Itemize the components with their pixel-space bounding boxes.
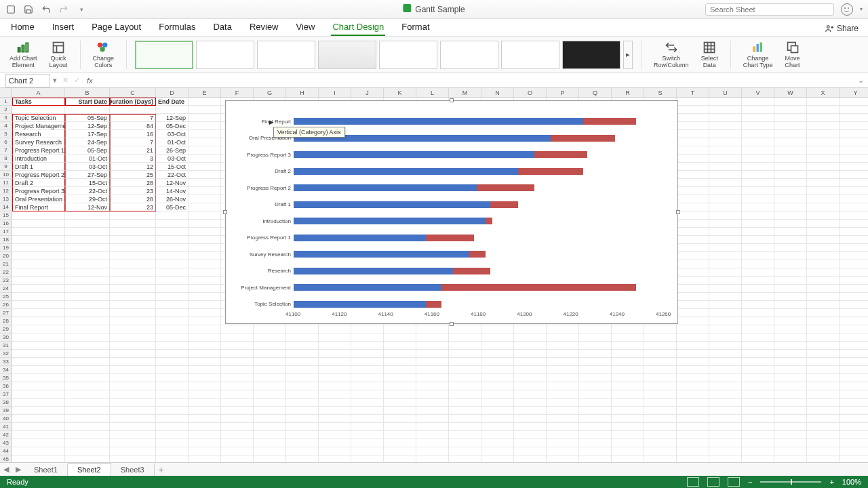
cell-B27[interactable] (65, 309, 110, 317)
cell-A24[interactable] (12, 285, 65, 293)
cell-O34[interactable] (514, 366, 547, 374)
cell-T45[interactable] (677, 455, 709, 462)
cell-T41[interactable] (677, 423, 709, 431)
cell-S37[interactable] (644, 390, 677, 399)
cell-D34[interactable] (156, 366, 189, 374)
page-break-view-icon[interactable] (728, 477, 740, 487)
cell-E9[interactable] (189, 163, 221, 171)
cell-W41[interactable] (774, 423, 807, 431)
cell-Q31[interactable] (579, 342, 612, 350)
cell-F29[interactable] (221, 325, 254, 333)
cell-N40[interactable] (481, 415, 514, 423)
cell-X7[interactable] (807, 146, 840, 155)
cell-X37[interactable] (807, 390, 840, 399)
cell-T8[interactable] (677, 155, 709, 163)
cell-Y24[interactable] (840, 285, 868, 293)
cell-U20[interactable] (709, 252, 742, 260)
cell-V15[interactable] (742, 211, 774, 220)
cell-T2[interactable] (677, 106, 709, 114)
cell-V36[interactable] (742, 382, 774, 390)
cell-C35[interactable] (110, 374, 156, 382)
cell-B9[interactable]: 03-Oct (65, 163, 110, 171)
cell-X12[interactable] (807, 187, 840, 195)
cell-C24[interactable] (110, 285, 156, 293)
cell-X38[interactable] (807, 399, 840, 407)
cell-A15[interactable] (12, 211, 65, 220)
cell-A2[interactable] (12, 106, 65, 114)
cell-W34[interactable] (774, 366, 807, 374)
cell-C22[interactable] (110, 268, 156, 277)
change-chart-type-button[interactable]: Change Chart Type (739, 39, 777, 70)
col-head-Q[interactable]: Q (579, 88, 612, 97)
cell-I43[interactable] (319, 439, 351, 447)
cell-C6[interactable]: 7 (110, 138, 156, 146)
row-head-15[interactable]: 15 (0, 211, 12, 220)
cell-V2[interactable] (742, 106, 774, 114)
cell-C17[interactable] (110, 228, 156, 236)
cell-X2[interactable] (807, 106, 840, 114)
cell-U16[interactable] (709, 220, 742, 228)
cell-V42[interactable] (742, 431, 774, 439)
zoom-slider[interactable] (760, 481, 821, 483)
cell-B25[interactable] (65, 293, 110, 301)
cell-E32[interactable] (189, 350, 221, 358)
cell-B35[interactable] (65, 374, 110, 382)
col-head-A[interactable]: A (12, 88, 65, 97)
row-head-16[interactable]: 16 (0, 220, 12, 228)
cell-X24[interactable] (807, 285, 840, 293)
row-head-44[interactable]: 44 (0, 447, 12, 455)
cell-R32[interactable] (612, 350, 644, 358)
cell-C33[interactable] (110, 358, 156, 366)
cell-Y8[interactable] (840, 155, 868, 163)
cell-A23[interactable] (12, 277, 65, 285)
cell-E31[interactable] (189, 342, 221, 350)
cell-Y20[interactable] (840, 252, 868, 260)
cell-P31[interactable] (547, 342, 579, 350)
chart-style-5[interactable] (379, 41, 437, 69)
row-head-28[interactable]: 28 (0, 317, 12, 325)
cell-J42[interactable] (351, 431, 384, 439)
cell-F31[interactable] (221, 342, 254, 350)
cell-B22[interactable] (65, 268, 110, 277)
cell-E8[interactable] (189, 155, 221, 163)
cell-B6[interactable]: 24-Sep (65, 138, 110, 146)
cell-Q39[interactable] (579, 407, 612, 415)
cell-M32[interactable] (449, 350, 481, 358)
cell-P39[interactable] (547, 407, 579, 415)
row-head-10[interactable]: 10 (0, 171, 12, 179)
cell-A27[interactable] (12, 309, 65, 317)
cell-J29[interactable] (351, 325, 384, 333)
cell-S40[interactable] (644, 415, 677, 423)
feedback-smiley-icon[interactable] (841, 3, 853, 16)
cell-W1[interactable] (774, 98, 807, 106)
cell-X21[interactable] (807, 260, 840, 268)
cell-R29[interactable] (612, 325, 644, 333)
cell-K41[interactable] (384, 423, 416, 431)
cell-D29[interactable] (156, 325, 189, 333)
cell-G37[interactable] (254, 390, 286, 399)
cell-O33[interactable] (514, 358, 547, 366)
col-head-J[interactable]: J (351, 88, 384, 97)
cell-N39[interactable] (481, 407, 514, 415)
cell-C30[interactable] (110, 333, 156, 342)
chart-bar-duration[interactable] (534, 151, 587, 158)
row-head-21[interactable]: 21 (0, 260, 12, 268)
fx-icon[interactable]: fx (87, 77, 93, 85)
row-head-40[interactable]: 40 (0, 415, 12, 423)
cell-J35[interactable] (351, 374, 384, 382)
cell-D25[interactable] (156, 293, 189, 301)
cell-J41[interactable] (351, 423, 384, 431)
row-head-24[interactable]: 24 (0, 285, 12, 293)
cell-U25[interactable] (709, 293, 742, 301)
cell-I35[interactable] (319, 374, 351, 382)
cell-T3[interactable] (677, 114, 709, 122)
cell-B34[interactable] (65, 366, 110, 374)
cell-P45[interactable] (547, 455, 579, 462)
cell-C11[interactable]: 28 (110, 179, 156, 187)
cell-E28[interactable] (189, 317, 221, 325)
cell-T28[interactable] (677, 317, 709, 325)
name-box[interactable]: Chart 2 (5, 74, 50, 87)
chart-bar-duration[interactable] (453, 268, 490, 274)
cell-A17[interactable] (12, 228, 65, 236)
cell-Q43[interactable] (579, 439, 612, 447)
